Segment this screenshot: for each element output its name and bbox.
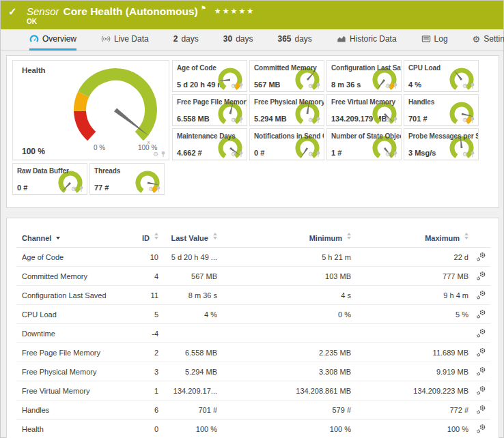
gear-icon[interactable]: ⚙	[231, 117, 236, 123]
gear-icon[interactable]: ⚙	[385, 151, 391, 158]
pin-icon[interactable]	[470, 117, 475, 123]
col-header-maximum[interactable]: Maximum	[351, 229, 468, 248]
gauge-card-cpu-load: CPU Load4 %⚙	[404, 60, 479, 92]
channel-row-health: Health0100 %100 %100 %	[16, 420, 490, 438]
channel-settings-icon[interactable]	[468, 381, 490, 400]
channel-row-downtime: Downtime-4	[16, 324, 490, 343]
tab-number: 30	[223, 34, 232, 44]
pin-icon[interactable]	[393, 151, 398, 158]
gauge-card-free-physical-memory: Free Physical Memory5.294 MB⚙	[249, 94, 324, 126]
gear-icon[interactable]: ⚙	[71, 186, 76, 192]
channel-last-value: 4 %	[158, 305, 217, 324]
pin-icon[interactable]	[156, 186, 161, 192]
pin-icon[interactable]	[316, 151, 321, 158]
gear-icon[interactable]: ⚙	[231, 151, 236, 158]
gear-icon[interactable]: ⚙	[308, 83, 313, 89]
gear-icon[interactable]: ⚙	[308, 151, 313, 158]
pin-icon[interactable]	[238, 151, 244, 158]
channel-name: Handles	[16, 400, 131, 420]
sort-icon[interactable]	[213, 233, 217, 239]
priority-stars[interactable]: ★★★★★	[214, 7, 255, 15]
gear-icon[interactable]: ⚙	[462, 151, 468, 158]
sort-desc-icon[interactable]	[56, 237, 60, 239]
tab-log[interactable]: Log	[421, 29, 448, 50]
channel-settings-icon[interactable]	[468, 362, 490, 381]
gear-icon[interactable]: ⚙	[385, 117, 391, 123]
tab-30-days[interactable]: 30days	[223, 29, 253, 50]
sensor-titlebar: ✓ SensorCore Health (Autonomous)⚑★★★★★ O…	[1, 1, 503, 29]
channel-row-committed-memory: Committed Memory4567 MB103 MB777 MB	[16, 267, 490, 286]
gauge-title: Committed Memory	[250, 61, 324, 72]
channel-name: Free Page File Memory	[16, 343, 131, 362]
channel-last-value: 701 #	[158, 400, 217, 420]
pin-icon[interactable]	[393, 117, 398, 123]
channel-settings-icon[interactable]	[468, 420, 490, 438]
flag-icon[interactable]: ⚑	[201, 5, 206, 12]
pin-icon[interactable]	[316, 117, 321, 123]
channel-settings-icon[interactable]	[468, 305, 490, 324]
gauge-icon	[29, 34, 39, 44]
channel-settings-icon[interactable]	[468, 286, 490, 305]
live-icon	[101, 34, 111, 44]
gear-icon[interactable]: ⚙	[308, 117, 313, 123]
channel-settings-icon[interactable]	[468, 324, 490, 343]
channel-minimum: 5 h 21 m	[217, 248, 351, 267]
channel-settings-icon[interactable]	[468, 248, 490, 267]
gauge-card-actions: ⚙	[153, 151, 166, 158]
gauge-card-actions: ⚙	[385, 117, 398, 123]
tab-2-days[interactable]: 2days	[173, 29, 199, 50]
pin-icon[interactable]	[160, 151, 166, 158]
log-icon	[421, 34, 431, 44]
gear-icon[interactable]: ⚙	[462, 117, 468, 123]
pin-icon[interactable]	[238, 117, 244, 123]
pin-icon[interactable]	[316, 83, 321, 89]
pin-icon[interactable]	[470, 151, 475, 158]
gear-icon[interactable]: ⚙	[385, 83, 391, 89]
tab-bar: OverviewLive Data2days30days365daysHisto…	[1, 29, 503, 51]
channel-id: 11	[131, 286, 158, 305]
tab-historic-data[interactable]: Historic Data	[337, 29, 397, 50]
tab-overview[interactable]: Overview	[29, 29, 76, 50]
channel-id: 0	[131, 420, 158, 438]
channels-table-panel: Channel ID Last Value Minimum	[6, 218, 499, 438]
gauge-card-actions: ⚙	[462, 117, 475, 123]
col-header-channel[interactable]: Channel	[16, 229, 131, 248]
col-header-actions	[468, 229, 490, 248]
channel-settings-icon[interactable]	[468, 343, 490, 362]
channel-row-free-virtual-memory: Free Virtual Memory1134.209.17...134.208…	[16, 381, 490, 400]
channel-settings-icon[interactable]	[468, 400, 490, 420]
channel-last-value: 8 m 36 s	[158, 286, 217, 305]
sort-icon[interactable]	[154, 233, 158, 239]
gauge-value: 0 #	[254, 149, 264, 157]
channel-row-cpu-load: CPU Load54 %0 %5 %	[16, 305, 490, 324]
sort-icon[interactable]	[464, 233, 468, 239]
pin-icon[interactable]	[238, 83, 244, 89]
channel-settings-icon[interactable]	[468, 267, 490, 286]
pin-icon[interactable]	[79, 186, 84, 192]
gear-icon[interactable]: ⚙	[148, 186, 154, 192]
gauge-scale-min: 0 %	[94, 144, 105, 151]
channel-id: 6	[131, 400, 158, 420]
col-header-last-value[interactable]: Last Value	[158, 229, 217, 248]
gear-icon[interactable]: ⚙	[153, 151, 158, 158]
pin-icon[interactable]	[470, 83, 475, 89]
pin-icon[interactable]	[393, 83, 398, 89]
tab-label: Settings	[484, 34, 504, 44]
gauge-title: Configuration Last Saved	[327, 61, 401, 72]
tab-live-data[interactable]: Live Data	[101, 29, 149, 50]
sort-icon[interactable]	[347, 233, 351, 239]
tab-365-days[interactable]: 365days	[277, 29, 311, 50]
channel-name: CPU Load	[16, 305, 131, 324]
col-header-minimum[interactable]: Minimum	[217, 229, 351, 248]
gear-icon[interactable]: ⚙	[231, 83, 236, 89]
channel-minimum: 2.235 MB	[217, 343, 351, 362]
object-kind-label: Sensor	[27, 5, 59, 17]
channel-name: Age of Code	[16, 248, 131, 267]
tab-settings[interactable]: ⚙Settings	[473, 29, 504, 50]
gear-icon[interactable]: ⚙	[462, 83, 468, 89]
channel-last-value: 567 MB	[158, 267, 217, 286]
col-header-id[interactable]: ID	[131, 229, 158, 248]
gauge-card-threads: Threads77 #⚙	[89, 163, 165, 195]
channel-maximum: 9 h 4 m	[351, 286, 468, 305]
gauge-value: 8 m 36 s	[331, 81, 361, 89]
